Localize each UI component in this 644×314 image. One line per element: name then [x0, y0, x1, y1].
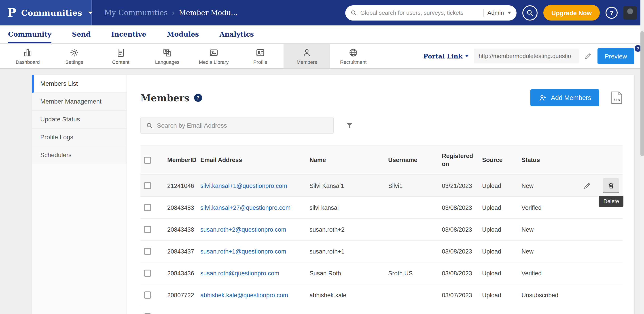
questionpro-logo: P: [7, 7, 16, 19]
email-link[interactable]: susan.roth+1@questionpro.com: [200, 248, 286, 255]
nav-item-send[interactable]: Send: [72, 25, 91, 43]
row-checkbox[interactable]: [144, 270, 151, 277]
toolbar-item-content[interactable]: Content: [98, 44, 144, 68]
row-checkbox[interactable]: [144, 226, 151, 233]
breadcrumb-parent-link[interactable]: My Communities: [104, 8, 168, 17]
email-link[interactable]: silvi.kansal+1@questionpro.com: [200, 182, 287, 189]
scrollbar-track[interactable]: [640, 0, 644, 314]
toolbar-item-profile[interactable]: Profile: [237, 44, 284, 68]
title-help-icon[interactable]: [194, 94, 202, 102]
app-header: P Communities My Communities › Member Mo…: [0, 0, 644, 25]
help-icon[interactable]: [606, 7, 618, 19]
person-add-icon: [538, 94, 547, 102]
app-window: P Communities My Communities › Member Mo…: [0, 0, 644, 314]
cell-name: abhishek.kale: [306, 284, 384, 306]
toolbar-item-recruitment[interactable]: Recruitment: [330, 44, 376, 68]
toolbar-item-label: Recruitment: [340, 59, 367, 64]
row-checkbox[interactable]: [144, 182, 151, 189]
row-checkbox[interactable]: [144, 204, 151, 211]
cell-username: [384, 284, 438, 306]
svg-text:XLS: XLS: [614, 98, 620, 102]
global-search-button[interactable]: [522, 5, 538, 20]
cell-name: Silvi Kansal1: [306, 175, 384, 197]
chevron-down-icon[interactable]: [508, 11, 511, 14]
module-toolbar: Dashboard Settings Content A Languages M…: [0, 44, 644, 69]
edit-member-pencil-icon[interactable]: [583, 182, 591, 190]
member-search[interactable]: [140, 117, 334, 134]
search-scope-divider: [484, 9, 484, 17]
upgrade-now-button[interactable]: Upgrade Now: [544, 5, 600, 20]
toolbar-item-label: Dashboard: [16, 59, 40, 64]
toolbar-item-label: Settings: [65, 59, 83, 64]
avatar[interactable]: [624, 6, 637, 19]
edit-url-pencil-icon[interactable]: [584, 52, 592, 60]
primary-nav: Community Send Incentive Modules Analyti…: [0, 25, 644, 44]
product-switcher[interactable]: P Communities: [0, 0, 92, 25]
cell-source: Upload: [478, 219, 518, 241]
add-members-button[interactable]: Add Members: [530, 89, 599, 106]
cell-registered-on: 03/07/2023: [438, 284, 478, 306]
cell-status: Verified: [518, 197, 574, 219]
cell-registered-on: 03/21/2023: [438, 175, 478, 197]
email-link[interactable]: susan.roth@questionpro.com: [200, 270, 279, 277]
preview-button[interactable]: Preview: [598, 48, 634, 64]
table-row: 20780506 silvi.kansal+test@questionpro.c…: [140, 306, 622, 314]
col-actions: [574, 146, 622, 175]
cell-member-id: 20780506: [164, 306, 197, 314]
portal-url-field[interactable]: http://membermoduletesting.questio: [474, 49, 579, 63]
cell-source: Upload: [478, 306, 518, 314]
nav-item-incentive[interactable]: Incentive: [111, 25, 146, 43]
sidebar-item-members-list[interactable]: Members List: [32, 75, 126, 93]
toolbar-item-members[interactable]: Members: [284, 44, 330, 68]
nav-item-analytics[interactable]: Analytics: [219, 25, 254, 43]
nav-item-modules[interactable]: Modules: [167, 25, 199, 43]
cell-status: New: [518, 219, 574, 241]
search-icon: [350, 9, 357, 16]
delete-tooltip: Delete: [599, 196, 624, 207]
global-search-input[interactable]: [360, 9, 480, 16]
col-name: Name: [306, 146, 384, 175]
email-link[interactable]: silvi.kansal+27@questionpro.com: [200, 204, 290, 211]
nav-item-community[interactable]: Community: [8, 25, 52, 43]
sidebar-item-schedulers[interactable]: Schedulers: [32, 147, 126, 164]
member-search-input[interactable]: [157, 122, 328, 129]
title-row: Members Add Members XLS: [140, 89, 622, 106]
media-library-icon: [209, 47, 219, 57]
cell-registered-on: 03/06/2023: [438, 306, 478, 314]
global-search[interactable]: Admin: [345, 5, 516, 20]
select-all-checkbox[interactable]: [144, 157, 151, 164]
cell-status: New: [518, 241, 574, 262]
scrollbar-thumb[interactable]: [640, 31, 644, 156]
profile-card-icon: [255, 47, 265, 57]
table-row: 20807722 abhishek.kale@questionpro.com a…: [140, 284, 622, 306]
header-actions: Admin Upgrade Now: [345, 5, 644, 20]
sidebar-item-member-management[interactable]: Member Management: [32, 93, 126, 111]
row-checkbox[interactable]: [144, 248, 151, 255]
delete-member-trash-icon[interactable]: Delete: [603, 178, 619, 193]
cell-username: [384, 306, 438, 314]
toolbar-item-dashboard[interactable]: Dashboard: [4, 44, 51, 68]
chevron-down-icon: [88, 11, 92, 14]
portal-link-dropdown[interactable]: Portal Link: [423, 52, 469, 60]
xls-export-icon[interactable]: XLS: [611, 91, 622, 104]
table-row: 20843438 susan.roth+2@questionpro.com su…: [140, 219, 622, 241]
recruitment-globe-icon: [348, 47, 358, 57]
cell-name: silvi kansal: [306, 197, 384, 219]
cell-member-id: 20843437: [164, 241, 197, 262]
toolbar-item-languages[interactable]: A Languages: [144, 44, 190, 68]
cell-member-id: 20843483: [164, 197, 197, 219]
sidebar-item-update-status[interactable]: Update Status: [32, 111, 126, 129]
toolbar-right: Portal Link http://membermoduletesting.q…: [423, 44, 644, 68]
table-header-row: MemberID Email Address Name Username Reg…: [140, 146, 622, 175]
toolbar-item-settings[interactable]: Settings: [51, 44, 98, 68]
toolbar-item-media-library[interactable]: Media Library: [190, 44, 237, 68]
email-link[interactable]: abhishek.kale@questionpro.com: [200, 292, 288, 299]
languages-icon: A: [162, 47, 172, 57]
toolbar-item-label: Members: [296, 59, 317, 64]
sidebar-item-profile-logs[interactable]: Profile Logs: [32, 129, 126, 147]
filter-funnel-icon[interactable]: [345, 121, 354, 130]
search-scope-selector[interactable]: Admin: [488, 9, 504, 16]
email-link[interactable]: susan.roth+2@questionpro.com: [200, 226, 286, 233]
members-table: MemberID Email Address Name Username Reg…: [140, 146, 622, 314]
row-checkbox[interactable]: [144, 292, 151, 299]
